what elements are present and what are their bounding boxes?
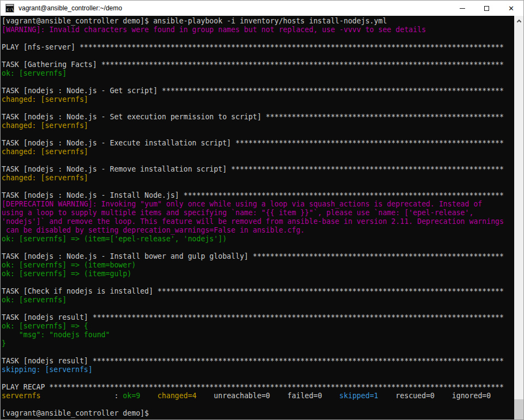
terminal-line: [WARNING]: Invalid characters were found… xyxy=(2,26,514,34)
terminal-line: ok: [servernfs] xyxy=(2,296,514,305)
terminal-window: c:\ vagrant@ansible_controller:~/demo ✕ … xyxy=(0,0,524,420)
terminal-line: TASK [nodejs result] *******************… xyxy=(2,357,514,366)
terminal-line: ok: [servernfs] => (item=gulp) xyxy=(2,270,514,278)
terminal-line: 'nodejs']` and remove the loop. This fea… xyxy=(2,217,514,226)
terminal-line: TASK [Check if nodejs is installed] ****… xyxy=(2,287,514,296)
terminal-line: changed: [servernfs] xyxy=(2,174,514,182)
maximize-button[interactable] xyxy=(474,1,499,16)
terminal-line: TASK [nodejs : Node.js - Install bower a… xyxy=(2,252,514,261)
terminal-line: TASK [nodejs : Node.js - Execute install… xyxy=(2,139,514,148)
terminal-line: } xyxy=(2,339,514,348)
terminal-line: servernfs : ok=9 changed=4 unreachable=0… xyxy=(2,392,514,400)
terminal-line: changed: [servernfs] xyxy=(2,121,514,130)
terminal-line: PLAY RECAP *****************************… xyxy=(2,383,514,392)
terminal-line: [DEPRECATION WARNING]: Invoking "yum" on… xyxy=(2,200,514,209)
terminal-line: ok: [servernfs] xyxy=(2,69,514,78)
terminal-line xyxy=(2,244,514,252)
terminal-line: ok: [servernfs] => { xyxy=(2,322,514,331)
terminal-line xyxy=(2,52,514,60)
terminal-line xyxy=(2,130,514,139)
terminal-line: changed: [servernfs] xyxy=(2,148,514,156)
terminal-line: using a loop to supply multiple items an… xyxy=(2,209,514,217)
terminal-line: TASK [Gathering Facts] *****************… xyxy=(2,60,514,69)
terminal-line: TASK [nodejs : Node.js - Install Node.js… xyxy=(2,191,514,200)
terminal-line xyxy=(2,278,514,287)
terminal-line xyxy=(2,104,514,113)
terminal-line: PLAY [nfs-server] **********************… xyxy=(2,43,514,52)
terminal-line xyxy=(2,182,514,191)
terminal-line: TASK [nodejs : Node.js - Remove installa… xyxy=(2,165,514,174)
scroll-up-icon[interactable] xyxy=(514,16,523,25)
terminal-line: [vagrant@ansible_controller demo]$ ansib… xyxy=(2,17,514,26)
close-button[interactable]: ✕ xyxy=(499,1,523,16)
terminal-line: can be disabled by setting deprecation_w… xyxy=(2,226,514,235)
terminal-line xyxy=(2,156,514,165)
terminal-line xyxy=(2,78,514,87)
terminal-line: TASK [nodejs : Node.js - Set execution p… xyxy=(2,113,514,121)
terminal-line xyxy=(2,400,514,409)
window-title: vagrant@ansible_controller:~/demo xyxy=(19,4,450,12)
terminal-line: TASK [nodejs result] *******************… xyxy=(2,313,514,322)
maximize-icon xyxy=(484,6,489,11)
terminal-line: ok: [servernfs] => (item=['epel-release'… xyxy=(2,235,514,244)
terminal-line xyxy=(2,305,514,313)
terminal-line: TASK [nodejs : Node.js - Get script] ***… xyxy=(2,87,514,95)
terminal-line xyxy=(2,374,514,383)
window-content: [vagrant@ansible_controller demo]$ ansib… xyxy=(1,16,523,419)
terminal-line: "msg": "nodejs found" xyxy=(2,331,514,339)
title-bar[interactable]: c:\ vagrant@ansible_controller:~/demo ✕ xyxy=(1,1,523,16)
window-controls: ✕ xyxy=(450,1,523,16)
terminal-line: ok: [servernfs] => (item=bower) xyxy=(2,261,514,270)
terminal-line: skipping: [servernfs] xyxy=(2,366,514,374)
terminal-output[interactable]: [vagrant@ansible_controller demo]$ ansib… xyxy=(1,16,514,419)
close-icon: ✕ xyxy=(508,4,514,13)
terminal-line: changed: [servernfs] xyxy=(2,95,514,104)
minimize-icon xyxy=(460,8,465,9)
scrollbar[interactable] xyxy=(514,16,523,419)
terminal-line xyxy=(2,34,514,43)
terminal-line xyxy=(2,348,514,357)
scrollbar-thumb[interactable] xyxy=(514,399,523,419)
minimize-button[interactable] xyxy=(450,1,474,16)
svg-text:c:\: c:\ xyxy=(7,7,14,12)
console-icon[interactable]: c:\ xyxy=(5,4,14,13)
terminal-line: [vagrant@ansible_controller demo]$ xyxy=(2,409,514,418)
